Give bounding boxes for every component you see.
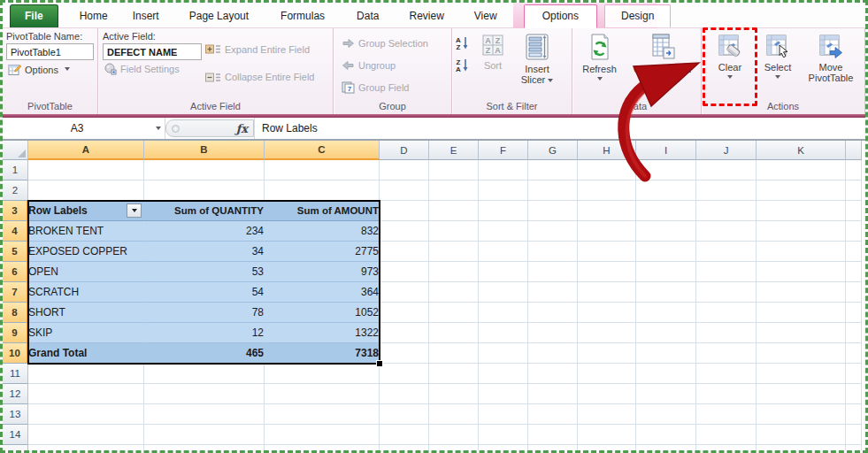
- cell-I3[interactable]: [636, 201, 696, 221]
- column-header-K[interactable]: K: [757, 141, 846, 160]
- cell-K14[interactable]: [757, 425, 846, 445]
- cell-H12[interactable]: [578, 384, 636, 404]
- cell-A14[interactable]: [28, 425, 144, 445]
- cell-F5[interactable]: [479, 242, 528, 262]
- cell-F10[interactable]: [479, 343, 528, 364]
- cell-G10[interactable]: [528, 343, 578, 364]
- cell-C5[interactable]: 2775: [265, 242, 380, 262]
- cell-B5[interactable]: 34: [144, 242, 265, 262]
- cell-K5[interactable]: [757, 242, 846, 262]
- cell-L2[interactable]: [846, 180, 862, 201]
- cell-E12[interactable]: [429, 384, 479, 404]
- cell-D7[interactable]: [380, 282, 429, 303]
- sort-button[interactable]: AZZA Sort: [474, 30, 511, 100]
- cell-I2[interactable]: [636, 180, 696, 201]
- cell-H10[interactable]: [578, 343, 636, 364]
- cell-B15[interactable]: [144, 445, 265, 450]
- cell-B6[interactable]: 53: [144, 262, 265, 282]
- cell-B11[interactable]: [144, 364, 265, 384]
- expand-entire-field-button[interactable]: Expand Entire Field: [204, 42, 332, 56]
- cell-A2[interactable]: [28, 180, 144, 201]
- change-data-source-button[interactable]: Change Data Source: [628, 30, 697, 100]
- cell-B3[interactable]: Sum of QUANTITY: [144, 201, 265, 221]
- cell-H15[interactable]: [578, 445, 636, 450]
- move-pivottable-button[interactable]: Move PivotTable: [803, 30, 859, 100]
- pivottable-name-input[interactable]: PivotTable1: [6, 43, 94, 60]
- cell-G6[interactable]: [528, 262, 578, 282]
- cell-H9[interactable]: [578, 323, 636, 343]
- cell-H5[interactable]: [578, 242, 636, 262]
- column-header-C[interactable]: C: [265, 141, 380, 160]
- cell-B12[interactable]: [144, 384, 265, 404]
- cell-H6[interactable]: [578, 262, 636, 282]
- cell-I10[interactable]: [636, 343, 696, 364]
- name-box[interactable]: A3: [3, 118, 151, 139]
- cell-F6[interactable]: [479, 262, 528, 282]
- cell-K15[interactable]: [757, 445, 846, 450]
- cell-C15[interactable]: [265, 445, 380, 450]
- row-header-10[interactable]: 10: [3, 343, 28, 364]
- refresh-button[interactable]: Refresh: [577, 30, 623, 100]
- cell-C14[interactable]: [265, 425, 380, 445]
- row-header-9[interactable]: 9: [3, 323, 28, 343]
- cell-F9[interactable]: [479, 323, 528, 343]
- cell-E4[interactable]: [429, 221, 479, 242]
- tab-formulas[interactable]: Formulas: [268, 5, 337, 27]
- cell-I13[interactable]: [636, 404, 696, 425]
- column-header-E[interactable]: E: [429, 141, 479, 160]
- column-header-D[interactable]: D: [380, 141, 429, 160]
- cell-L1[interactable]: [846, 160, 862, 180]
- cell-D4[interactable]: [380, 221, 429, 242]
- cell-B8[interactable]: 78: [144, 303, 265, 323]
- cell-G3[interactable]: [528, 201, 578, 221]
- cell-A9[interactable]: SKIP: [28, 323, 144, 343]
- cell-F15[interactable]: [479, 445, 528, 450]
- cell-K10[interactable]: [757, 343, 846, 364]
- cell-J12[interactable]: [696, 384, 757, 404]
- row-header-6[interactable]: 6: [3, 262, 28, 282]
- cell-C4[interactable]: 832: [265, 221, 380, 242]
- cell-C7[interactable]: 364: [265, 282, 380, 303]
- pivottable-options-button[interactable]: Options: [6, 62, 94, 77]
- cell-B7[interactable]: 54: [144, 282, 265, 303]
- column-header-J[interactable]: J: [696, 141, 757, 160]
- cell-D8[interactable]: [380, 303, 429, 323]
- cell-G11[interactable]: [528, 364, 578, 384]
- cell-C8[interactable]: 1052: [265, 303, 380, 323]
- cell-J3[interactable]: [696, 201, 757, 221]
- row-header-2[interactable]: 2: [3, 180, 28, 201]
- cell-G8[interactable]: [528, 303, 578, 323]
- cell-E1[interactable]: [429, 160, 479, 180]
- cell-B4[interactable]: 234: [144, 221, 265, 242]
- cell-B10[interactable]: 465: [144, 343, 265, 364]
- cell-I15[interactable]: [636, 445, 696, 450]
- cell-F3[interactable]: [479, 201, 528, 221]
- cell-C6[interactable]: 973: [265, 262, 380, 282]
- tab-page-layout[interactable]: Page Layout: [177, 5, 261, 27]
- cell-D10[interactable]: [380, 343, 429, 364]
- cell-G9[interactable]: [528, 323, 578, 343]
- column-header-H[interactable]: H: [578, 141, 636, 160]
- cell-L10[interactable]: [846, 343, 862, 364]
- cell-A5[interactable]: EXPOSED COPPER: [28, 242, 144, 262]
- cell-C2[interactable]: [265, 180, 380, 201]
- cell-J7[interactable]: [696, 282, 757, 303]
- cell-F4[interactable]: [479, 221, 528, 242]
- cell-G7[interactable]: [528, 282, 578, 303]
- cell-G15[interactable]: [528, 445, 578, 450]
- row-header-1[interactable]: 1: [3, 160, 28, 180]
- cell-D11[interactable]: [380, 364, 429, 384]
- cell-G1[interactable]: [528, 160, 578, 180]
- group-field-button[interactable]: 7 Group Field: [340, 81, 450, 95]
- cell-D15[interactable]: [380, 445, 429, 450]
- cell-L3[interactable]: [846, 201, 862, 221]
- cell-L5[interactable]: [846, 242, 862, 262]
- cell-E15[interactable]: [429, 445, 479, 450]
- cell-G12[interactable]: [528, 384, 578, 404]
- tab-design[interactable]: Design: [604, 4, 671, 27]
- column-header-I[interactable]: I: [636, 141, 696, 160]
- cell-K11[interactable]: [757, 364, 846, 384]
- cell-L12[interactable]: [846, 384, 862, 404]
- column-header-B[interactable]: B: [144, 141, 265, 160]
- cell-C12[interactable]: [265, 384, 380, 404]
